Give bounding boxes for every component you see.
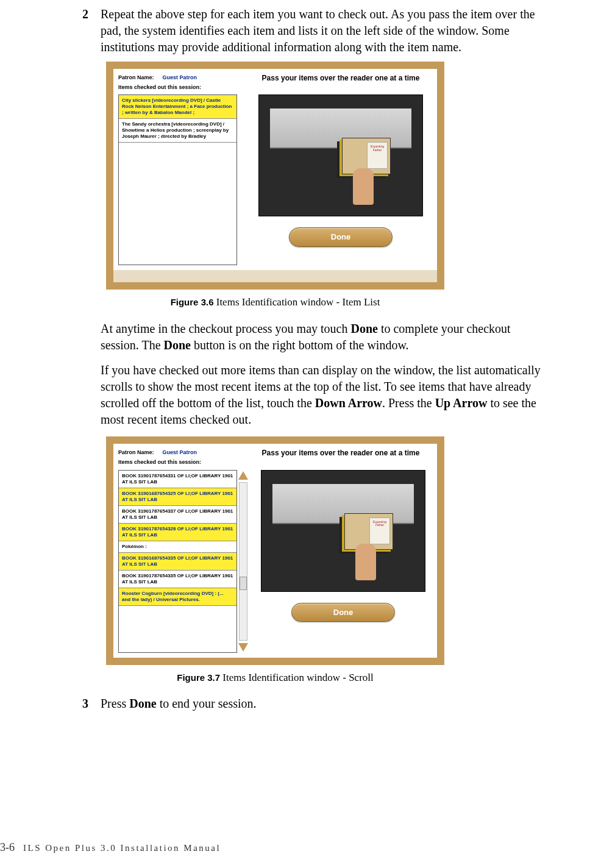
scanner-image: ExpectingFather [261, 470, 425, 592]
scrollbar[interactable] [237, 470, 249, 653]
done-button[interactable]: Done [289, 227, 393, 247]
list-item: BOOK 31901787654335 OF LI;OF LIBRARY 190… [119, 571, 236, 588]
list-item: BOOK 31901787654328 OF LI;OF LIBRARY 190… [119, 524, 236, 541]
step-number: 3 [0, 695, 101, 712]
list-item: The Sandy orchestra [videorecording DVD]… [119, 119, 236, 143]
paragraph-scroll: If you have checked out more items than … [101, 362, 550, 428]
checked-out-list: City slickers [videorecording DVD] / Cas… [118, 94, 237, 265]
kiosk-window-scroll: Patron Name: Guest Patron Items checked … [106, 436, 444, 664]
patron-name-value: Guest Patron [163, 449, 197, 455]
session-label: Items checked out this session: [118, 458, 244, 466]
patron-name-value: Guest Patron [163, 74, 197, 80]
list-item: Pokémon : [119, 541, 236, 553]
down-arrow-icon[interactable] [238, 643, 248, 652]
scroll-track[interactable] [239, 482, 247, 641]
figure-3-6: Patron Name: Guest Patron Items checked … [0, 62, 550, 290]
kiosk-window: Patron Name: Guest Patron Items checked … [106, 62, 444, 290]
list-item: BOOK 31901787654331 OF LI;OF LIBRARY 190… [119, 471, 236, 488]
list-item: Rooster Cogburn [videorecording DVD] : (… [119, 588, 236, 606]
step-2: 2 Repeat the above step for each item yo… [0, 6, 550, 55]
step-number: 2 [0, 6, 101, 55]
figure-3-7-caption: Figure 3.7 Items Identification window -… [0, 671, 550, 685]
figure-3-6-caption: Figure 3.6 Items Identification window -… [0, 296, 550, 310]
list-item: BOOK 31901687654325 OF LI;OF LIBRARY 190… [119, 488, 236, 506]
list-item: City slickers [videorecording DVD] / Cas… [119, 95, 236, 119]
paragraph-done: At anytime in the checkout process you m… [101, 321, 550, 354]
done-button[interactable]: Done [291, 603, 395, 622]
step-text: Repeat the above step for each item you … [101, 6, 550, 55]
figure-3-7: Patron Name: Guest Patron Items checked … [0, 436, 550, 664]
instruction-text: Pass your items over the reader one at a… [249, 74, 432, 87]
list-item: BOOK 31901687654335 OF LI;OF LIBRARY 190… [119, 553, 236, 571]
patron-name-label: Patron Name: [118, 449, 161, 456]
list-item: BOOK 31901787654337 OF LI;OF LIBRARY 190… [119, 506, 236, 524]
checked-out-list-scroll: BOOK 31901787654331 OF LI;OF LIBRARY 190… [118, 470, 237, 653]
patron-name-label: Patron Name: [118, 74, 161, 81]
up-arrow-icon[interactable] [238, 471, 248, 480]
step-3: 3 Press Done to end your session. [0, 695, 550, 712]
scanner-image: ExpectingFather [258, 94, 423, 216]
instruction-text: Pass your items over the reader one at a… [249, 449, 432, 462]
scroll-thumb[interactable] [240, 577, 247, 590]
step-text: Press Done to end your session. [101, 695, 550, 712]
session-label: Items checked out this session: [118, 84, 244, 91]
